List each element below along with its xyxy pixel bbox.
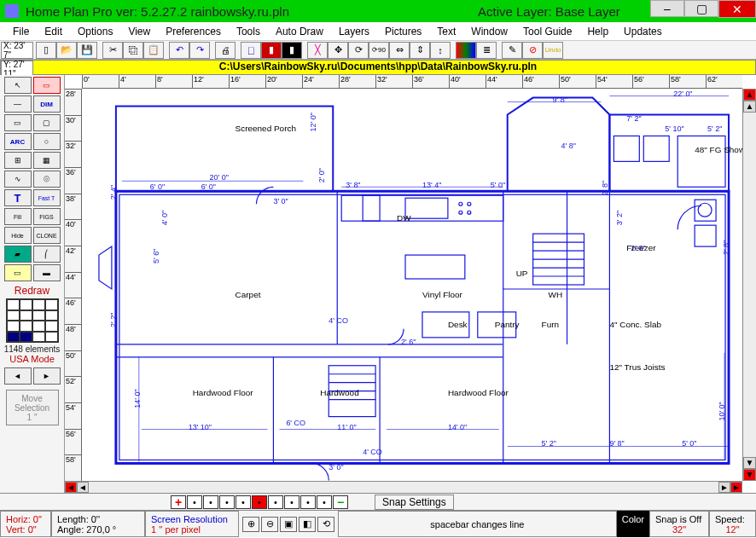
zoom-window-icon[interactable]: ◧	[299, 517, 316, 532]
new-icon[interactable]: ▯	[36, 42, 56, 59]
undo-icon[interactable]: ↶	[169, 42, 189, 59]
snap-plus-icon[interactable]: +	[171, 495, 186, 509]
text-icon[interactable]: T	[4, 189, 32, 206]
tool-a-icon[interactable]: ▭	[4, 264, 32, 281]
zoom-in-icon[interactable]: ⊕	[242, 517, 259, 532]
erase-icon[interactable]: ╳	[307, 42, 328, 59]
window-icon[interactable]: ▮	[261, 42, 282, 59]
paste-icon[interactable]: 📋	[143, 42, 164, 59]
snap-3-icon[interactable]: •	[219, 495, 235, 509]
snap-2-icon[interactable]: •	[203, 495, 218, 509]
menu-options[interactable]: Options	[70, 26, 120, 38]
print-icon[interactable]: 🖨	[215, 42, 236, 59]
snap-7-icon[interactable]: •	[284, 495, 299, 509]
save-icon[interactable]: 💾	[77, 42, 97, 59]
menu-preferences[interactable]: Preferences	[158, 26, 229, 38]
coord-x[interactable]: X: 23' 7"	[1, 42, 33, 59]
scroll-left-icon[interactable]: ◄	[77, 482, 89, 493]
zoom-out-icon[interactable]: ⊖	[261, 517, 278, 532]
status-speed[interactable]: Speed:12"	[709, 511, 756, 537]
fill-icon[interactable]: Fill	[4, 208, 32, 225]
scroll-right-red-icon[interactable]: ►	[730, 482, 742, 493]
dim-icon[interactable]: DIM	[33, 95, 61, 113]
rot90-icon[interactable]: ⟳90	[369, 42, 389, 59]
menu-edit[interactable]: Edit	[37, 26, 70, 38]
snap-settings-button[interactable]: Snap Settings	[375, 495, 454, 510]
menu-updates[interactable]: Updates	[616, 26, 670, 38]
select-arrow-icon[interactable]: ↖	[4, 77, 32, 94]
menu-tools[interactable]: Tools	[229, 26, 268, 38]
zoom-fit-icon[interactable]: ▣	[280, 517, 297, 532]
nudge-left-icon[interactable]: ◄	[4, 367, 32, 385]
menu-help[interactable]: Help	[579, 26, 616, 38]
snap-6-icon[interactable]: •	[268, 495, 283, 509]
zoom-navigator[interactable]	[6, 298, 59, 343]
layers-icon[interactable]: ≣	[476, 42, 497, 59]
line-icon[interactable]: —	[4, 95, 32, 113]
scroll-up-red-icon[interactable]: ▲	[743, 89, 756, 101]
snap-4-icon[interactable]: •	[236, 495, 251, 509]
arc-icon[interactable]: ARC	[4, 133, 32, 150]
undo-btn-icon[interactable]: Undo	[543, 42, 563, 59]
horizontal-scrollbar[interactable]: ◄ ◄ ► ►	[65, 481, 742, 493]
circle-icon[interactable]: ○	[33, 133, 61, 150]
snap-9-icon[interactable]: •	[317, 495, 332, 509]
clone-icon[interactable]: CLONE	[33, 227, 61, 244]
vertical-ruler[interactable]: 28'30'32'36'38'40'42'44'46'48'50'52'54'5…	[65, 89, 82, 481]
copy-icon[interactable]: ⿻	[123, 42, 143, 59]
menu-view[interactable]: View	[120, 26, 158, 38]
nudge-right-icon[interactable]: ►	[33, 367, 61, 385]
polyline-icon[interactable]: ⦾	[33, 171, 61, 188]
image-icon[interactable]: ▰	[4, 246, 32, 263]
stop-icon[interactable]: ⊘	[522, 42, 543, 59]
minimize-button[interactable]: –	[650, 0, 684, 17]
menu-window[interactable]: Window	[463, 26, 515, 38]
menu-auto-draw[interactable]: Auto Draw	[268, 26, 331, 38]
curve-icon[interactable]: ∿	[4, 171, 32, 188]
redo-icon[interactable]: ↷	[189, 42, 210, 59]
box-tool-icon[interactable]: ▢	[33, 114, 61, 131]
snap-minus-icon[interactable]: −	[333, 495, 348, 509]
spline-icon[interactable]: ⎛	[33, 246, 61, 263]
mirror-v-icon[interactable]: ⇕	[410, 42, 430, 59]
colors-icon[interactable]	[456, 42, 476, 59]
pattern-icon[interactable]: ▦	[33, 152, 61, 169]
scroll-down-red-icon[interactable]: ▼	[743, 469, 756, 481]
vertical-scrollbar[interactable]: ▲ ▲ ▼ ▼	[742, 89, 756, 481]
wall-icon[interactable]: ▮	[282, 42, 302, 59]
mirror-h-icon[interactable]: ⇔	[389, 42, 410, 59]
drawing-area[interactable]: 9' 8"22' 0"7' 2"5' 10"5' 2"4' 8"20' 0"6'…	[82, 89, 742, 481]
menu-file[interactable]: File	[5, 26, 37, 38]
measure-icon[interactable]: ✎	[502, 42, 522, 59]
horizontal-ruler[interactable]: 0'4'8'12'16'20'24'28'32'36'40'44'46'50'5…	[82, 75, 742, 89]
snap-1-icon[interactable]: •	[187, 495, 202, 509]
snap-5-icon[interactable]: •	[252, 495, 267, 509]
scroll-right-icon[interactable]: ►	[718, 482, 730, 493]
grid-icon[interactable]: ⊞	[4, 152, 32, 169]
menu-layers[interactable]: Layers	[331, 26, 377, 38]
redraw-button[interactable]: Redraw	[15, 285, 49, 297]
hide-icon[interactable]: Hide	[4, 227, 32, 244]
rotate-icon[interactable]: ⟳	[348, 42, 369, 59]
open-icon[interactable]: 📂	[56, 42, 77, 59]
mode-label[interactable]: USA Mode	[9, 354, 55, 364]
move-icon[interactable]: ✥	[328, 42, 348, 59]
status-snap[interactable]: Snap is Off32"	[649, 511, 709, 537]
scroll-up-icon[interactable]: ▲	[743, 101, 756, 113]
color-button[interactable]: Color	[617, 511, 649, 537]
zoom-prev-icon[interactable]: ⟲	[317, 517, 334, 532]
figs-icon[interactable]: FIGS	[33, 208, 61, 225]
move-selection-panel[interactable]: MoveSelection1 "	[6, 390, 59, 425]
menu-text[interactable]: Text	[429, 26, 463, 38]
fast-text-icon[interactable]: Fast T	[33, 189, 61, 206]
rect-tool-icon[interactable]: ▭	[4, 114, 32, 131]
select-rect-icon[interactable]: ▭	[33, 77, 61, 94]
close-button[interactable]: ✕	[718, 0, 756, 18]
cut-icon[interactable]: ✂	[102, 42, 123, 59]
scroll-left-red-icon[interactable]: ◄	[65, 482, 77, 493]
scroll-down-icon[interactable]: ▼	[743, 457, 756, 469]
snap-8-icon[interactable]: •	[300, 495, 316, 509]
menu-pictures[interactable]: Pictures	[377, 26, 429, 38]
door-icon[interactable]: ⎕	[241, 42, 261, 59]
menu-tool-guide[interactable]: Tool Guide	[515, 26, 579, 38]
